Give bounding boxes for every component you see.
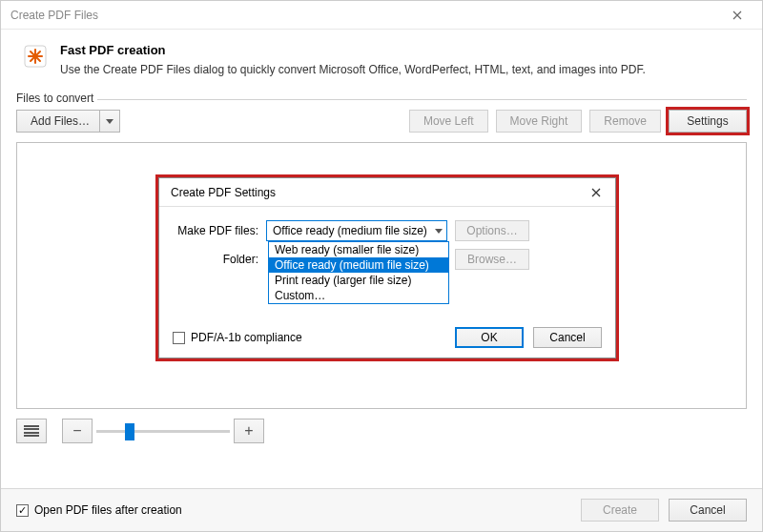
dropdown-option[interactable]: Web ready (smaller file size) (269, 242, 448, 257)
close-icon (732, 10, 742, 20)
settings-title: Create PDF Settings (171, 186, 276, 199)
header-subtitle: Use the Create PDF Files dialog to quick… (60, 63, 646, 76)
footer: ✓ Open PDF files after creation Create C… (1, 488, 762, 531)
dropdown-option[interactable]: Custom… (269, 288, 448, 303)
title-bar: Create PDF Files (1, 1, 762, 30)
zoom-slider[interactable] (96, 430, 230, 433)
cancel-button[interactable]: Cancel (669, 499, 747, 522)
zoom-thumb[interactable] (125, 423, 134, 440)
window-close-button[interactable] (716, 2, 758, 29)
chevron-down-icon (435, 229, 443, 234)
chevron-down-icon (106, 119, 113, 124)
settings-cancel-button[interactable]: Cancel (533, 327, 602, 348)
ok-button[interactable]: OK (455, 327, 524, 348)
dropdown-option[interactable]: Office ready (medium file size) (269, 257, 448, 273)
dropdown-option[interactable]: Print ready (larger file size) (269, 273, 448, 288)
close-icon (591, 188, 601, 197)
settings-dialog: Create PDF Settings Make PDF files: Offi… (158, 177, 616, 358)
zoom-control: − + (62, 419, 264, 443)
add-files-dropdown-button[interactable] (99, 110, 120, 133)
minus-icon: − (72, 422, 81, 440)
add-files-label: Add Files… (31, 114, 90, 128)
plus-icon: + (244, 422, 253, 440)
header-title: Fast PDF creation (60, 43, 646, 57)
checkbox-box (173, 332, 185, 344)
list-icon (24, 425, 39, 437)
settings-close-button[interactable] (583, 181, 609, 204)
open-after-checkbox[interactable]: ✓ Open PDF files after creation (16, 503, 182, 517)
zoom-in-button[interactable]: + (234, 419, 264, 443)
add-files-button[interactable]: Add Files… (16, 110, 99, 133)
folder-label: Folder: (173, 253, 258, 266)
remove-button[interactable]: Remove (589, 110, 661, 133)
checkbox-box: ✓ (16, 504, 29, 517)
make-pdf-label: Make PDF files: (173, 224, 258, 237)
browse-button[interactable]: Browse… (455, 249, 529, 270)
window-title: Create PDF Files (10, 9, 98, 22)
move-left-button[interactable]: Move Left (409, 110, 488, 133)
app-icon (22, 43, 49, 70)
settings-body: Make PDF files: Office ready (medium fil… (159, 207, 615, 358)
zoom-out-button[interactable]: − (62, 419, 93, 443)
settings-footer: PDF/A-1b compliance OK Cancel (173, 327, 602, 348)
files-toolbar: Add Files… Move Left Move Right Remove S… (16, 99, 747, 133)
header: Fast PDF creation Use the Create PDF Fil… (1, 30, 762, 93)
create-button[interactable]: Create (581, 499, 659, 522)
settings-titlebar: Create PDF Settings (159, 178, 615, 207)
make-pdf-row: Make PDF files: Office ready (medium fil… (173, 220, 602, 241)
main-window: Create PDF Files Fast PDF creation Use t… (0, 0, 763, 532)
open-after-label: Open PDF files after creation (34, 503, 182, 517)
pdfa-checkbox[interactable]: PDF/A-1b compliance (173, 331, 302, 344)
move-right-button[interactable]: Move Right (496, 110, 583, 133)
add-files-split: Add Files… (16, 110, 120, 133)
make-pdf-combo[interactable]: Office ready (medium file size) (266, 220, 447, 241)
pdfa-label: PDF/A-1b compliance (191, 331, 302, 344)
view-toolbar: − + (16, 419, 747, 443)
make-pdf-value: Office ready (medium file size) (273, 224, 427, 237)
options-button[interactable]: Options… (455, 220, 529, 241)
settings-button[interactable]: Settings (669, 110, 747, 133)
list-view-button[interactable] (16, 419, 47, 443)
make-pdf-dropdown[interactable]: Web ready (smaller file size) Office rea… (268, 241, 449, 304)
files-legend: Files to convert (16, 92, 97, 105)
